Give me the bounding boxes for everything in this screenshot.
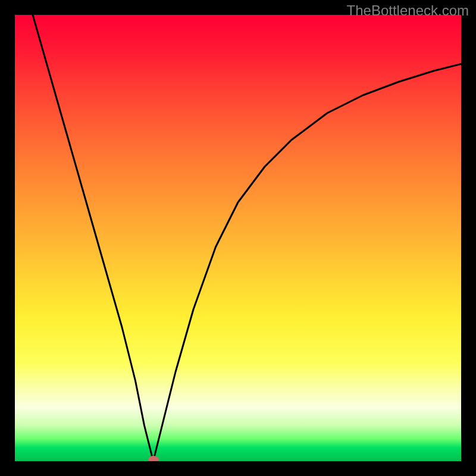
- plot-area: [15, 15, 461, 461]
- chart-frame: TheBottleneck.com: [0, 0, 476, 476]
- bottleneck-curve: [15, 15, 461, 461]
- watermark-text: TheBottleneck.com: [347, 2, 469, 19]
- optimal-point-marker: [148, 456, 159, 461]
- curve-path: [33, 15, 461, 461]
